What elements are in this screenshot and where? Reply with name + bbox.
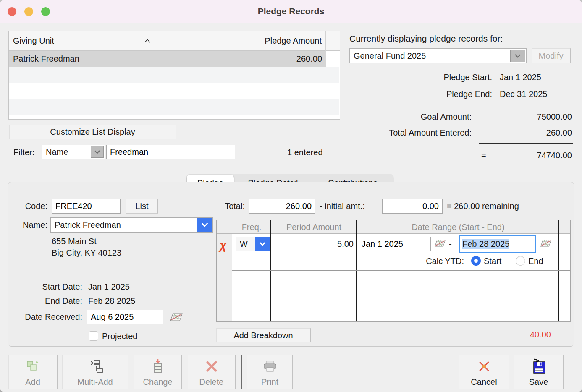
column-header-period-amount: Period Amount <box>271 220 357 234</box>
button-label: Delete <box>199 377 224 387</box>
column-divider <box>326 51 326 119</box>
add-button[interactable]: Add <box>8 355 58 389</box>
chevron-down-icon <box>255 237 270 251</box>
pledge-end-label: Pledge End: <box>403 89 492 99</box>
print-icon <box>262 355 278 377</box>
column-header-pledge-amount[interactable]: Pledge Amount <box>157 31 326 51</box>
column-header-date-range: Date Range (Start - End) <box>357 220 559 234</box>
address-line1: 655 Main St <box>52 236 97 247</box>
table-row-empty[interactable] <box>9 83 339 99</box>
button-label: Save <box>529 377 548 387</box>
total-label: Total: <box>214 199 245 214</box>
delete-button[interactable]: Delete <box>188 355 236 389</box>
calc-ytd-end-radio[interactable] <box>516 256 525 266</box>
date-range-end-input[interactable]: Feb 28 2025 <box>459 235 536 253</box>
calc-ytd-start-label: Start <box>484 256 501 267</box>
title-bar: Pledge Records <box>0 0 582 23</box>
calendar-picker-icon[interactable] <box>434 239 446 248</box>
button-label: List <box>135 201 148 211</box>
table-row-empty[interactable] <box>9 99 339 115</box>
breakdown-table: Freq. Period Amount Date Range (Start - … <box>216 220 571 322</box>
giving-table-header: Giving Unit Pledge Amount <box>9 31 340 51</box>
column-label: Giving Unit <box>13 36 54 46</box>
subtraction-rule <box>479 143 573 144</box>
frequency-select[interactable]: W <box>236 237 270 251</box>
change-icon <box>152 355 163 377</box>
cancel-button[interactable]: Cancel <box>459 355 509 389</box>
filter-field-select[interactable]: Name <box>42 145 105 159</box>
total-entered-label: Total Amount Entered: <box>361 127 472 138</box>
equals-sign: = <box>481 150 486 161</box>
change-button[interactable]: Change <box>134 355 182 389</box>
date-received-input[interactable] <box>87 310 163 324</box>
goal-amount-label: Goal Amount: <box>361 111 472 122</box>
pledge-records-window: Pledge Records Giving Unit Pledge Amount… <box>0 0 582 392</box>
total-entered-value: 260.00 <box>495 127 572 138</box>
frequency-value: W <box>236 237 255 251</box>
column-header-giving-unit[interactable]: Giving Unit <box>9 31 157 51</box>
date-received-label: Date Received: <box>13 310 82 324</box>
range-dash: - <box>449 238 452 249</box>
column-label: Period Amount <box>286 222 341 232</box>
button-label: Print <box>261 377 278 387</box>
add-icon <box>25 355 40 377</box>
date-range-start-input[interactable] <box>359 237 431 251</box>
pledge-end-value: Dec 31 2025 <box>500 89 547 99</box>
fund-select[interactable]: General Fund 2025 <box>349 48 527 63</box>
filter-text-input[interactable] <box>106 145 235 159</box>
end-date-label: End Date: <box>25 295 82 306</box>
remaining-goal-value: 74740.00 <box>495 150 572 161</box>
uncommitted-amount: 40.00 <box>495 329 551 340</box>
toolbar-separator <box>241 355 242 389</box>
giving-unit-table: Giving Unit Pledge Amount Patrick Freedm… <box>8 31 340 120</box>
column-header-freq: Freq. <box>232 220 271 234</box>
code-label: Code: <box>13 199 47 214</box>
giving-table-body: Patrick Freedman 260.00 <box>9 51 340 119</box>
calc-ytd-start-radio[interactable] <box>471 256 481 266</box>
name-label: Name: <box>13 217 47 233</box>
calendar-picker-icon[interactable] <box>540 239 552 248</box>
initial-amount-label: - initial amt.: <box>320 199 365 214</box>
chevron-down-icon <box>197 218 212 232</box>
section-divider <box>0 165 582 165</box>
cancel-icon <box>477 355 492 377</box>
name-select-value: Patrick Freedman <box>51 218 197 232</box>
column-label: Pledge Amount <box>265 36 322 46</box>
save-button[interactable]: Save <box>514 355 564 389</box>
column-label: Date Range (Start - End) <box>412 222 504 232</box>
window-title: Pledge Records <box>0 0 582 23</box>
giving-unit-name: Patrick Freedman <box>9 54 79 64</box>
chevron-down-icon <box>510 50 525 62</box>
code-input[interactable] <box>52 199 121 214</box>
list-button[interactable]: List <box>126 199 158 214</box>
pledge-start-label: Pledge Start: <box>403 72 492 83</box>
row-gutter: χ <box>217 234 232 321</box>
fund-select-value: General Fund 2025 <box>350 49 509 63</box>
print-button[interactable]: Print <box>247 355 293 389</box>
calendar-picker-icon[interactable] <box>169 312 184 322</box>
sort-ascending-icon <box>144 39 151 43</box>
delete-row-icon[interactable]: χ <box>220 239 227 251</box>
start-date-value: Jan 1 2025 <box>88 281 130 292</box>
initial-amount-input[interactable] <box>382 199 443 214</box>
button-label: Change <box>143 377 172 387</box>
button-label: Modify <box>539 51 564 61</box>
total-input[interactable] <box>249 199 315 214</box>
minus-sign: - <box>480 127 483 138</box>
name-select[interactable]: Patrick Freedman <box>50 217 213 233</box>
add-breakdown-button[interactable]: Add Breakdown <box>216 328 311 342</box>
modify-button[interactable]: Modify <box>532 48 571 63</box>
projected-checkbox[interactable] <box>89 331 98 341</box>
table-row-empty[interactable] <box>9 67 339 83</box>
table-row[interactable]: Patrick Freedman 260.00 <box>9 51 326 67</box>
calc-ytd-label: Calc YTD: <box>397 256 464 267</box>
customize-list-display-button[interactable]: Customize List Display <box>9 125 176 139</box>
chevron-down-icon <box>91 146 104 158</box>
filter-field-value: Name <box>42 145 90 159</box>
multi-add-button[interactable]: Multi-Add <box>62 355 128 389</box>
period-amount-value: 5.00 <box>273 238 354 249</box>
pledge-amount-value: 260.00 <box>296 54 326 64</box>
entered-count: 1 entered <box>287 145 323 159</box>
table-row-empty[interactable] <box>9 115 339 119</box>
column-divider <box>157 51 157 119</box>
